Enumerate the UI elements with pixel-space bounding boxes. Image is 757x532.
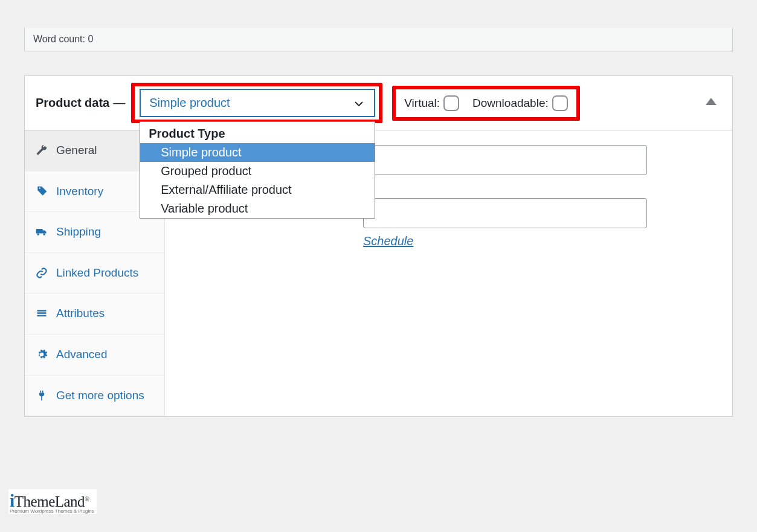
wrench-icon <box>36 144 48 156</box>
tab-label: Inventory <box>56 184 103 200</box>
link-icon <box>36 267 48 279</box>
title-dash: — <box>113 96 125 110</box>
dropdown-option-external[interactable]: External/Affiliate product <box>140 181 375 199</box>
virtual-checkbox[interactable] <box>443 95 459 111</box>
tab-advanced[interactable]: Advanced <box>25 335 164 376</box>
dropdown-option-variable[interactable]: Variable product <box>140 199 375 218</box>
regular-price-input[interactable] <box>363 145 647 175</box>
brand-rest: ThemeLand <box>14 493 85 510</box>
product-type-dropdown: Product Type Simple product Grouped prod… <box>140 121 375 219</box>
tab-attributes[interactable]: Attributes <box>25 293 164 335</box>
schedule-link[interactable]: Schedule <box>363 234 413 248</box>
dropdown-option-simple[interactable]: Simple product <box>140 143 375 162</box>
tab-label: Linked Products <box>56 265 138 281</box>
brand-accent: i <box>10 490 14 510</box>
tab-label: General <box>56 143 97 159</box>
highlight-checkboxes: Virtual: Downloadable: <box>392 86 580 121</box>
tab-label: Advanced <box>56 347 108 363</box>
tab-linked-products[interactable]: Linked Products <box>25 253 164 294</box>
gear-icon <box>36 348 48 361</box>
downloadable-checkbox[interactable] <box>552 95 568 111</box>
downloadable-label: Downloadable: <box>472 97 549 110</box>
product-data-panel: Product data — Simple product Product Ty… <box>24 75 733 417</box>
dropdown-option-grouped[interactable]: Grouped product <box>140 162 375 181</box>
panel-header: Product data — Simple product Product Ty… <box>25 76 732 130</box>
tab-get-more[interactable]: Get more options <box>25 376 164 417</box>
product-type-select-wrap: Simple product Product Type Simple produ… <box>140 89 375 117</box>
plug-icon <box>36 389 48 402</box>
watermark-brand: iThemeLand® <box>10 490 94 511</box>
product-type-select[interactable]: Simple product <box>140 89 375 117</box>
tab-label: Shipping <box>56 224 101 240</box>
dropdown-group-label: Product Type <box>140 122 375 143</box>
panel-title: Product data <box>36 96 109 110</box>
watermark-tagline: Premium Wordpress Themes & Plugins <box>10 508 94 514</box>
chevron-down-icon <box>353 98 364 109</box>
virtual-label: Virtual: <box>404 97 440 110</box>
downloadable-checkbox-wrap: Downloadable: <box>472 95 568 111</box>
sale-price-input[interactable] <box>363 198 647 228</box>
select-value: Simple product <box>149 96 230 109</box>
word-count-label: Word count: 0 <box>33 34 93 44</box>
word-count-bar: Word count: 0 <box>24 28 733 51</box>
watermark-logo: iThemeLand® Premium Wordpress Themes & P… <box>8 489 97 514</box>
highlight-product-type: Simple product Product Type Simple produ… <box>131 83 382 123</box>
tab-label: Get more options <box>56 388 144 404</box>
truck-icon <box>36 226 48 238</box>
list-icon <box>36 307 48 319</box>
brand-tm: ® <box>85 496 89 502</box>
tag-icon <box>36 185 48 197</box>
collapse-caret-icon[interactable] <box>706 98 717 105</box>
panel-body: General Inventory Shipping Linked Produc… <box>25 130 732 416</box>
virtual-checkbox-wrap: Virtual: <box>404 95 459 111</box>
tab-label: Attributes <box>56 306 105 322</box>
